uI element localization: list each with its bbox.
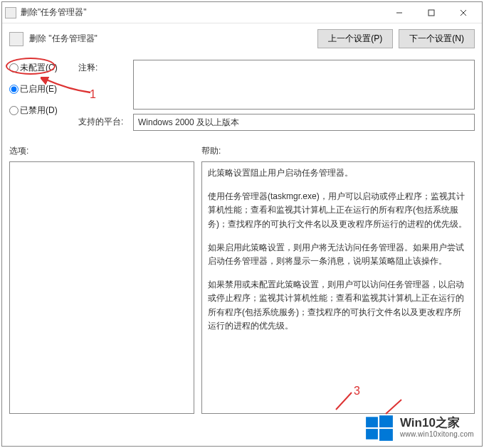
radio-not-configured[interactable] (9, 63, 19, 73)
radio-enabled[interactable] (9, 85, 19, 94)
settings-grid: 未配置(C) 已启用(E) 已禁用(D) 注释: 支持的平台: Windows … (9, 60, 475, 135)
help-p3: 如果禁用或未配置此策略设置，则用户可以访问任务管理器，以启动或停止程序；监视其计… (208, 278, 468, 333)
window-title: 删除"任务管理器" (21, 6, 383, 18)
comment-textarea[interactable] (133, 60, 475, 110)
svg-rect-1 (428, 10, 434, 16)
prev-setting-button[interactable]: 上一个设置(P) (317, 29, 393, 48)
options-label: 选项: (9, 145, 194, 157)
help-p0: 此策略设置阻止用户启动任务管理器。 (208, 166, 468, 180)
help-column: 帮助: 此策略设置阻止用户启动任务管理器。 使用任务管理器(taskmgr.ex… (201, 145, 475, 414)
app-icon (5, 7, 16, 18)
supported-on-label: 支持的平台: (78, 114, 132, 128)
next-setting-button[interactable]: 下一个设置(N) (399, 29, 475, 48)
comment-label: 注释: (78, 60, 132, 74)
help-box: 此策略设置阻止用户启动任务管理器。 使用任务管理器(taskmgr.exe)，用… (201, 161, 475, 414)
policy-icon (9, 32, 23, 46)
radio-enabled-label: 已启用(E) (20, 83, 57, 95)
supported-on-field: Windows 2000 及以上版本 (133, 114, 475, 131)
radio-disabled-row: 已禁用(D) (9, 102, 77, 118)
options-column: 选项: (9, 145, 194, 414)
options-box (9, 161, 194, 414)
help-p1: 使用任务管理器(taskmgr.exe)，用户可以启动或停止程序；监视其计算机性… (208, 190, 468, 231)
radio-disabled[interactable] (9, 106, 19, 115)
radio-enabled-row: 已启用(E) (9, 81, 77, 97)
minimize-button[interactable] (383, 3, 415, 23)
supported-on-text: Windows 2000 及以上版本 (138, 117, 239, 127)
nav-buttons: 上一个设置(P) 下一个设置(N) (317, 29, 475, 48)
titlebar[interactable]: 删除"任务管理器" (2, 2, 482, 23)
dialog-window: 删除"任务管理器" 删除 "任务管理器" 上一个设置(P) 下一个设置(N) 未… (1, 1, 483, 447)
radio-disabled-label: 已禁用(D) (20, 105, 58, 117)
policy-title: 删除 "任务管理器" (29, 33, 317, 45)
lower-section: 选项: 帮助: 此策略设置阻止用户启动任务管理器。 使用任务管理器(taskmg… (9, 145, 475, 414)
radio-group: 未配置(C) 已启用(E) 已禁用(D) (9, 60, 77, 124)
window-buttons (383, 3, 479, 23)
help-label: 帮助: (201, 145, 475, 157)
radio-not-configured-row: 未配置(C) (9, 60, 77, 75)
dialog-content: 删除 "任务管理器" 上一个设置(P) 下一个设置(N) 未配置(C) 已启用(… (2, 23, 482, 421)
radio-not-configured-label: 未配置(C) (20, 62, 58, 74)
close-button[interactable] (447, 3, 479, 23)
header-row: 删除 "任务管理器" 上一个设置(P) 下一个设置(N) (9, 29, 475, 48)
help-p2: 如果启用此策略设置，则用户将无法访问任务管理器。如果用户尝试启动任务管理器，则将… (208, 241, 468, 268)
maximize-button[interactable] (415, 3, 447, 23)
